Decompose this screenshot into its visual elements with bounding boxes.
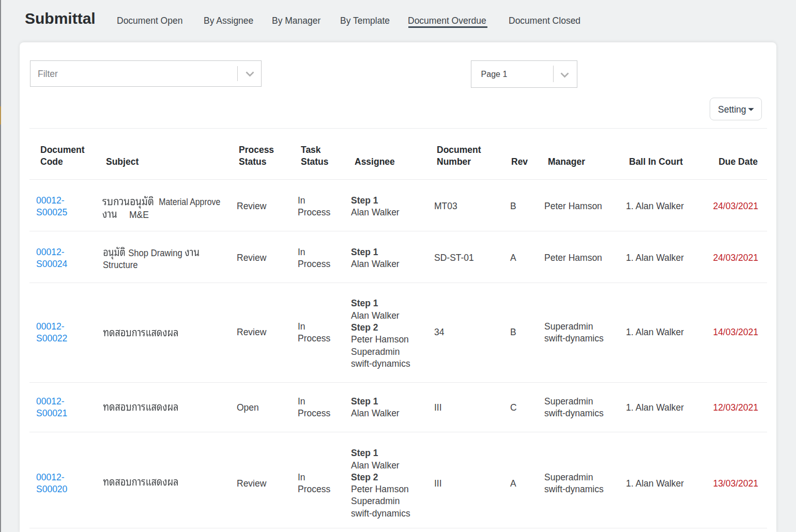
svg-text:Structure: Structure: [103, 260, 138, 270]
svg-text:Material Approve: Material Approve: [159, 197, 220, 207]
svg-text:Shop Drawing: Shop Drawing: [128, 248, 182, 258]
svg-text:M&E: M&E: [129, 210, 149, 220]
